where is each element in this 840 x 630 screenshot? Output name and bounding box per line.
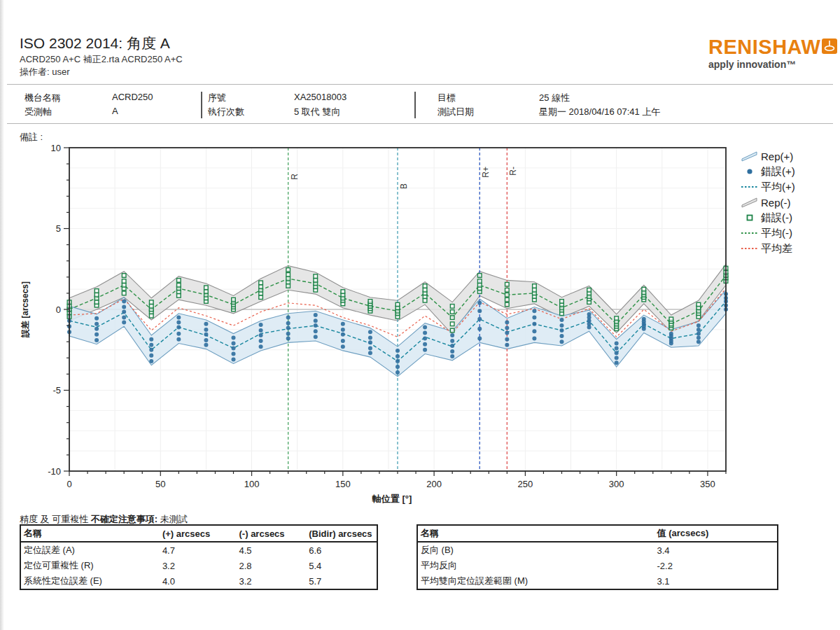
error-pos-point	[149, 337, 153, 342]
error-pos-point	[232, 352, 236, 356]
error-pos-point	[176, 325, 181, 329]
error-pos-point	[450, 333, 454, 337]
info-value-date: 星期一 2018/04/16 07:41 上午	[539, 106, 660, 118]
info-label-date: 測試日期	[438, 106, 474, 118]
error-neg-point	[533, 284, 537, 288]
y-tick-label: 0	[56, 304, 61, 315]
table-cell: 3.2	[160, 558, 237, 573]
marker-label-B: B	[399, 183, 409, 189]
error-neg-point	[533, 288, 537, 292]
uncertainty-note-text: 精度 及 可重複性	[20, 514, 91, 524]
error-pos-point	[286, 332, 290, 336]
error-neg-point	[149, 304, 153, 309]
report-subtitle: ACRD250 A+C 補正2.rta ACRD250 A+C	[20, 53, 183, 66]
error-neg-point	[177, 284, 181, 288]
error-pos-point	[341, 322, 345, 326]
error-neg-point	[587, 288, 592, 292]
error-pos-point	[314, 335, 318, 339]
error-pos-point	[122, 316, 126, 320]
error-pos-point	[477, 317, 482, 321]
error-pos-point	[176, 320, 181, 324]
error-neg-point	[423, 298, 427, 302]
error-pos-point	[450, 354, 454, 358]
error-pos-point	[396, 365, 400, 369]
error-neg-point	[94, 289, 99, 293]
error-pos-point	[477, 309, 482, 313]
error-neg-point	[505, 298, 510, 302]
y-axis-title: 誤差 [arcsecs]	[20, 281, 30, 338]
error-neg-point	[505, 282, 510, 286]
legend-item-dash-red: 平均差	[741, 241, 839, 256]
error-pos-point	[396, 354, 400, 358]
table-cell: 3.1	[654, 573, 778, 589]
error-neg-point	[450, 316, 454, 320]
error-pos-point	[204, 332, 208, 337]
dot-blue-icon	[741, 165, 759, 178]
table-header-row: 名稱值 (arcsecs)	[417, 525, 778, 542]
dash-green-icon	[741, 227, 759, 239]
error-neg-point	[177, 279, 181, 283]
square-green-icon	[741, 211, 759, 224]
error-pos-point	[286, 337, 290, 341]
info-label-serial: 序號	[208, 92, 226, 104]
info-label-machine: 機台名稱	[24, 92, 61, 104]
error-pos-point	[368, 340, 372, 344]
column-header: 值 (arcsecs)	[654, 525, 778, 542]
table-row: 平均反向-2.2	[417, 558, 778, 573]
error-pos-point	[122, 299, 126, 303]
error-neg-point	[286, 268, 290, 272]
error-neg-point	[122, 279, 126, 284]
error-pos-point	[94, 322, 99, 326]
info-value-runs: 5 取代 雙向	[294, 106, 340, 118]
error-neg-point	[423, 284, 427, 288]
table-row: 反向 (B)3.4	[417, 542, 778, 558]
marker-label-R: R	[290, 174, 300, 180]
table-cell: 5.4	[306, 558, 377, 573]
error-pos-point	[560, 334, 564, 338]
accuracy-stats-table: 名稱(+) arcsecs(-) arcsecs(Bidir) arcsecs …	[20, 524, 378, 590]
legend-item-band-neg: Rep(-)	[741, 195, 839, 210]
legend-label: 平均差	[761, 242, 792, 255]
error-neg-point	[94, 293, 99, 297]
error-pos-point	[696, 332, 701, 336]
table-cell: 5.7	[306, 573, 377, 589]
error-pos-point	[696, 323, 701, 328]
dash-red-icon	[741, 242, 759, 255]
legend-label: 錯誤(+)	[761, 165, 795, 178]
legend-label: Rep(+)	[761, 150, 793, 162]
x-tick-label: 150	[335, 479, 351, 489]
table-cell: 6.6	[306, 542, 377, 558]
error-pos-point	[314, 323, 318, 328]
x-tick-label: 350	[700, 479, 715, 489]
error-pos-point	[204, 328, 208, 332]
error-neg-point	[94, 300, 99, 304]
error-neg-point	[232, 298, 236, 302]
error-pos-point	[204, 343, 208, 347]
error-pos-point	[232, 342, 236, 346]
error-pos-point	[149, 354, 153, 358]
error-neg-point	[149, 314, 153, 318]
error-pos-point	[259, 339, 263, 343]
error-pos-point	[532, 337, 536, 341]
error-pos-point	[122, 309, 126, 314]
error-pos-point	[450, 344, 454, 348]
error-pos-point	[286, 321, 290, 326]
error-pos-point	[696, 335, 701, 340]
table-cell: 2.8	[237, 558, 307, 573]
error-pos-point	[286, 326, 290, 330]
table-row: 平均雙向定位誤差範圍 (M)3.1	[417, 573, 778, 589]
error-neg-point	[450, 310, 454, 314]
legend-item-dot-blue: 錯誤(+)	[741, 164, 839, 179]
column-header: 名稱	[20, 525, 160, 542]
legend-label: 錯誤(-)	[761, 211, 792, 225]
error-pos-point	[477, 337, 482, 341]
error-neg-point	[477, 279, 482, 284]
error-pos-point	[505, 320, 509, 324]
error-pos-point	[259, 328, 263, 332]
y-tick-label: -5	[52, 385, 61, 396]
error-pos-point	[286, 316, 290, 320]
error-neg-point	[505, 288, 510, 292]
error-neg-point	[314, 279, 318, 283]
info-label-targets: 目標	[438, 92, 456, 104]
error-pos-point	[696, 328, 701, 332]
